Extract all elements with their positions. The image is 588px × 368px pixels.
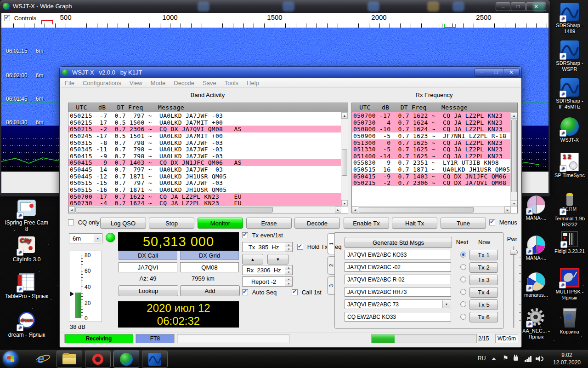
minimize-button[interactable]: – bbox=[475, 69, 489, 76]
add-button[interactable]: Add bbox=[180, 285, 240, 296]
tx-message-5-radio[interactable] bbox=[460, 301, 466, 307]
table-row[interactable]: 055830 -9 0.7 2351 ~ LY1R UT3IB KN98 bbox=[352, 159, 511, 166]
desktop-icon-dream[interactable]: dream ↗ dream - Ярлык bbox=[4, 311, 50, 338]
tx-message-1-radio[interactable] bbox=[460, 252, 466, 258]
taskbar-explorer-button[interactable] bbox=[57, 351, 82, 368]
taskbar-wsjtx-button[interactable] bbox=[113, 351, 139, 368]
table-row[interactable]: 050415 -9 0.7 1403 ~ CQ DX JN1JFC QM06 bbox=[352, 173, 511, 180]
tx-2-button[interactable]: Tx 2 bbox=[469, 262, 498, 273]
desktop-icon-mana-2[interactable]: ↗ MANA-... bbox=[521, 236, 551, 261]
tab-3[interactable]: 3 bbox=[327, 276, 335, 295]
table-row[interactable]: 050415 -9 0.7 798 ~ UA0LKD JA7JWF -03 bbox=[68, 153, 341, 160]
table-row[interactable]: 050215 -2 0.7 2306 ~ CQ DX JA7QVI QM08 bbox=[352, 179, 511, 186]
table-row[interactable]: 050730 -4 0.7 1624 ~ CQ JA LZ2PL KN23 EU bbox=[68, 200, 341, 207]
report-spinner[interactable]: Report -2 ▲▼ bbox=[242, 276, 293, 287]
table-row[interactable]: 050445 -14 0.7 797 ~ UA0LKD JA7JWF -03 bbox=[68, 166, 341, 173]
desktop-icon-mana-1[interactable]: ↗ MANA-... bbox=[521, 196, 551, 221]
freq-up-button[interactable]: ▲ bbox=[242, 254, 263, 264]
internet-explorer-icon[interactable]: e bbox=[33, 351, 49, 367]
desktop-icon-recycle-bin[interactable]: Корзина bbox=[553, 308, 586, 335]
close-button[interactable]: ✕ bbox=[526, 2, 546, 11]
horizontal-scrollbar[interactable]: ◄ ► bbox=[68, 206, 341, 213]
speaker-icon[interactable] bbox=[536, 356, 544, 362]
table-row[interactable]: 050900 -5 0.7 1623 ~ JF7NNI LZ2PL R-18 bbox=[352, 132, 511, 139]
table-row[interactable]: 050515 -16 0.7 1871 ~ UA0LKD JH1USR QM05 bbox=[68, 186, 341, 193]
halt-tx-button[interactable]: Halt Tx bbox=[392, 218, 437, 229]
desktop-icon-fldigi[interactable]: ↗ Fldigi 3.23.21 bbox=[553, 231, 586, 254]
table-row[interactable]: 050315 -8 0.7 798 ~ UA0LKD JA7JWF -03 bbox=[68, 139, 341, 146]
tx-5-button[interactable]: Tx 5 bbox=[469, 299, 498, 310]
table-row[interactable]: 051330 -5 0.7 1625 ~ CQ JA LZ2PL KN23 bbox=[352, 146, 511, 153]
flag-icon[interactable]: ⚑ bbox=[503, 354, 509, 362]
tx-4-button[interactable]: Tx 4 bbox=[469, 287, 498, 298]
pwr-slider-handle[interactable] bbox=[510, 250, 518, 255]
tx-message-3-field[interactable]: JA7QVI EW2ABC R-02 bbox=[345, 275, 451, 284]
erase-button[interactable]: Erase bbox=[246, 218, 292, 229]
maximize-button[interactable]: □ bbox=[489, 69, 503, 76]
stop-button[interactable]: Stop bbox=[149, 218, 194, 229]
menu-tools[interactable]: Tools bbox=[220, 80, 243, 86]
desktop-icon-sdrsharp-wspr[interactable]: ↗ SDRSharp - WSPR bbox=[553, 40, 586, 72]
menus-checkbox[interactable] bbox=[489, 219, 495, 225]
desktop-icon-cityinfo[interactable]: City ↗ CityInfo 3.0 bbox=[4, 236, 50, 263]
tx-message-5-combo[interactable]: JA7QVI EW2ABC 73 ▼ bbox=[345, 299, 451, 309]
maximize-button[interactable]: □ bbox=[511, 2, 526, 11]
scroll-left-icon[interactable]: ◄ bbox=[352, 207, 358, 213]
menu-save[interactable]: Save bbox=[198, 80, 220, 86]
taskbar-sdrsharp-button[interactable] bbox=[142, 351, 168, 368]
vertical-scrollbar[interactable]: ▲ ▼ bbox=[341, 112, 348, 207]
tray-expand-icon[interactable] bbox=[492, 357, 496, 360]
band-select[interactable]: 6m ▼ bbox=[69, 233, 102, 243]
rx-freq-spinner[interactable]: Rx 2306 Hz ▲▼ bbox=[242, 265, 293, 275]
cq-only-checkbox[interactable] bbox=[68, 219, 74, 225]
desktop-icon-aa-nec[interactable]: ↗ АА_NEC... - Ярлык bbox=[521, 308, 551, 340]
desktop-icon-ispring[interactable]: ↗ iSpring Free Cam 8 bbox=[4, 199, 50, 232]
table-row[interactable]: 050215 -7 0.7 797 ~ UA0LKD JA7JWF -03 bbox=[68, 112, 341, 119]
menu-configurations[interactable]: Configurations bbox=[79, 80, 125, 86]
table-row[interactable]: 050515 -15 0.7 797 ~ UA0LKD JA7JWF -03 bbox=[68, 179, 341, 186]
menu-decode[interactable]: Decode bbox=[170, 80, 198, 86]
table-row[interactable]: 050445 -12 0.7 1871 ~ UA0LKD JH1USR QM05 bbox=[68, 173, 341, 180]
scroll-down-icon[interactable]: ▼ bbox=[341, 200, 348, 207]
log-qso-button[interactable]: Log QSO bbox=[100, 218, 146, 229]
desktop-icon-wsjtx[interactable]: ↗ WSJT-X bbox=[553, 117, 586, 143]
desktop-icon-term-terminal[interactable]: TERM ↗ Terminal 1.9b RS232 bbox=[553, 193, 586, 228]
menu-file[interactable]: File bbox=[61, 80, 79, 86]
tune-button[interactable]: Tune bbox=[441, 218, 486, 229]
enable-tx-button[interactable]: Enable Tx bbox=[344, 218, 389, 229]
menu-help[interactable]: Help bbox=[243, 80, 263, 86]
desktop-icon-multipsk[interactable]: ↗ MULTIPSK - Ярлык bbox=[553, 268, 586, 301]
table-row[interactable]: 050700 -17 0.7 1622 ~ CQ JA LZ2PL KN23 E… bbox=[68, 193, 341, 200]
table-row[interactable]: 050215 -17 0.5 1500 ~ UA0LKD JA7MIT +00 bbox=[68, 119, 341, 126]
desktop-icon-sp-timesync[interactable]: 1 2 ↗ SP TimeSync bbox=[553, 153, 586, 178]
desktop-icon-manarus[interactable]: ↗ manarus... bbox=[521, 272, 551, 298]
start-button[interactable] bbox=[3, 351, 18, 367]
dx-grid-field[interactable]: QM08 bbox=[180, 262, 239, 272]
tx-even-checkbox[interactable] bbox=[242, 232, 248, 238]
generate-std-msgs-button[interactable]: Generate Std Msgs bbox=[345, 237, 452, 248]
desktop-icon-tablepro[interactable]: ↗ TablePro - Ярлык bbox=[4, 272, 50, 299]
table-row[interactable]: 050245 -17 0.5 1501 ~ UA0LKD JA7MIT +00 bbox=[68, 132, 341, 139]
wsjtx-titlebar[interactable]: WSJT-X v2.0.0 by K1JT – □ ✕ bbox=[60, 67, 521, 78]
wide-graph-titlebar[interactable]: WSJT-X - Wide Graph – □ ✕ bbox=[0, 0, 550, 13]
tx-message-2-field[interactable]: JA7QVI EW2ABC -02 bbox=[345, 262, 451, 272]
taskbar-opera-button[interactable] bbox=[85, 351, 111, 368]
table-row[interactable]: 050700 -17 0.7 1622 ~ CQ JA LZ2PL KN23 bbox=[352, 112, 511, 119]
menu-mode[interactable]: Mode bbox=[147, 80, 170, 86]
tx-message-1-field[interactable]: JA7QVI EW2ABC KO33 bbox=[345, 250, 451, 259]
scroll-right-icon[interactable]: ► bbox=[504, 207, 511, 213]
tx-message-4-field[interactable]: JA7QVI EW2ABC RR73 bbox=[345, 287, 451, 297]
tab-1[interactable]: 1 bbox=[327, 233, 335, 254]
lookup-button[interactable]: Lookup bbox=[119, 285, 178, 296]
tx-message-6-field[interactable]: CQ EW2ABC KO33 bbox=[345, 312, 451, 322]
tx-6-button[interactable]: Tx 6 bbox=[469, 312, 498, 322]
close-button[interactable]: ✕ bbox=[503, 69, 519, 76]
monitor-button[interactable]: Monitor bbox=[198, 218, 243, 229]
power-plug-icon[interactable] bbox=[514, 356, 518, 361]
clock[interactable]: 9:02 12.07.2020 bbox=[549, 351, 584, 366]
language-indicator[interactable]: RU bbox=[478, 355, 486, 362]
table-row[interactable]: 050515 -16 0.7 1871 ~ UA0LKD JH1USR QM05 bbox=[352, 166, 511, 173]
call-1st-checkbox[interactable] bbox=[292, 289, 298, 295]
tx-freq-spinner[interactable]: Tx 385 Hz ▲▼ bbox=[242, 242, 293, 252]
table-row[interactable]: 050730 -4 0.7 1624 ~ CQ JA LZ2PL KN23 bbox=[352, 119, 511, 126]
